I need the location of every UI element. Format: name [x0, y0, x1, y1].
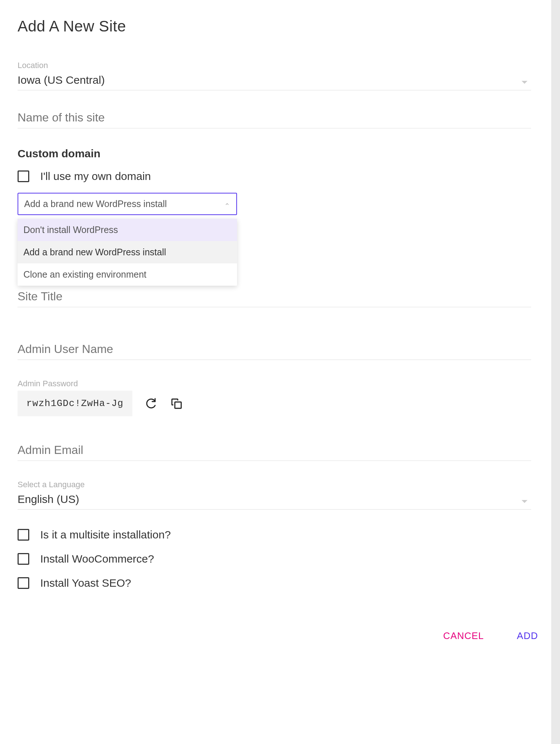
admin-password-field: Admin Password rwzh1GDc!ZwHa-Jg [18, 379, 531, 416]
install-option-clone[interactable]: Clone an existing environment [18, 263, 237, 286]
language-field[interactable]: Select a Language English (US) [18, 480, 531, 510]
page-title: Add A New Site [18, 18, 531, 35]
add-site-panel: Add A New Site Location Iowa (US Central… [0, 0, 549, 619]
admin-user-input[interactable] [18, 341, 531, 360]
install-type-menu: Don't install WordPress Add a brand new … [18, 219, 237, 286]
multisite-row[interactable]: Is it a multisite installation? [18, 529, 531, 541]
panel-right-edge [551, 0, 560, 744]
site-title-field[interactable] [18, 288, 531, 307]
admin-email-field[interactable] [18, 442, 531, 461]
language-value: English (US) [18, 492, 531, 510]
own-domain-checkbox[interactable] [18, 170, 29, 182]
admin-user-field[interactable] [18, 341, 531, 360]
footer-actions: CANCEL ADD [443, 630, 538, 642]
chevron-down-icon [522, 500, 527, 503]
multisite-checkbox[interactable] [18, 529, 29, 541]
yoast-checkbox[interactable] [18, 577, 29, 589]
install-option-none[interactable]: Don't install WordPress [18, 219, 237, 241]
multisite-label: Is it a multisite installation? [40, 529, 171, 541]
woocommerce-label: Install WooCommerce? [40, 553, 154, 565]
chevron-up-icon [225, 202, 230, 207]
install-options: Is it a multisite installation? Install … [18, 529, 531, 589]
site-name-input[interactable] [18, 109, 531, 128]
svg-rect-0 [175, 402, 181, 408]
add-button[interactable]: ADD [517, 630, 538, 642]
install-type-dropdown[interactable]: Add a brand new WordPress install Don't … [18, 193, 237, 215]
install-type-trigger[interactable]: Add a brand new WordPress install [18, 193, 237, 215]
install-option-new[interactable]: Add a brand new WordPress install [18, 241, 237, 263]
refresh-icon [145, 398, 157, 409]
site-name-field[interactable] [18, 109, 531, 128]
location-value: Iowa (US Central) [18, 72, 531, 90]
admin-email-input[interactable] [18, 442, 531, 461]
admin-password-value: rwzh1GDc!ZwHa-Jg [18, 391, 132, 416]
chevron-down-icon [522, 81, 527, 84]
woocommerce-row[interactable]: Install WooCommerce? [18, 553, 531, 565]
yoast-label: Install Yoast SEO? [40, 577, 131, 589]
location-field[interactable]: Location Iowa (US Central) [18, 61, 531, 90]
copy-icon [170, 398, 182, 409]
copy-password-button[interactable] [169, 396, 184, 411]
woocommerce-checkbox[interactable] [18, 553, 29, 565]
site-title-input[interactable] [18, 288, 531, 307]
own-domain-label: I'll use my own domain [40, 170, 151, 183]
location-label: Location [18, 61, 531, 70]
yoast-row[interactable]: Install Yoast SEO? [18, 577, 531, 589]
regenerate-password-button[interactable] [143, 396, 158, 411]
cancel-button[interactable]: CANCEL [443, 630, 484, 642]
own-domain-row[interactable]: I'll use my own domain [18, 170, 531, 183]
install-type-selected: Add a brand new WordPress install [24, 199, 167, 209]
admin-password-label: Admin Password [18, 379, 531, 388]
custom-domain-heading: Custom domain [18, 147, 531, 160]
language-label: Select a Language [18, 480, 531, 489]
